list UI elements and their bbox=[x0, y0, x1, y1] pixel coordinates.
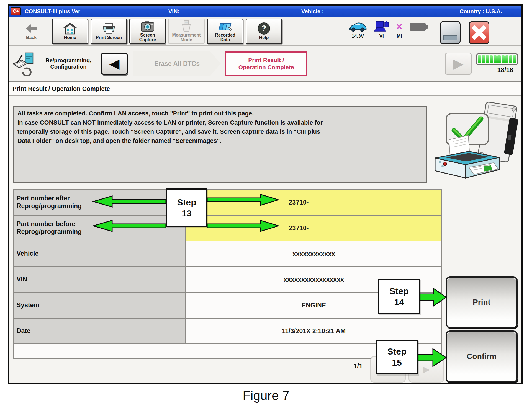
screen-capture-button[interactable]: Screen Capture bbox=[129, 19, 166, 44]
step14-arrow bbox=[419, 286, 447, 308]
step-erase-all-dtcs[interactable]: Erase All DTCs bbox=[133, 51, 221, 76]
step14-annotation: Step 14 bbox=[378, 279, 420, 314]
page-indicator: 1/1 bbox=[353, 362, 363, 370]
measurement-mode-label: Measurement Mode bbox=[172, 33, 201, 42]
row-label: VIN bbox=[14, 267, 186, 292]
row-system: System ENGINE bbox=[14, 293, 441, 319]
title-bar: C+ CONSULT-III plus Ver VIN: Vehicle : C… bbox=[9, 6, 521, 17]
app-logo-text: C+ bbox=[13, 9, 19, 14]
row-label: Date bbox=[14, 319, 186, 343]
step13-arrow-right-row1 bbox=[207, 193, 280, 206]
car-icon bbox=[349, 20, 367, 33]
camera-icon bbox=[141, 20, 155, 32]
battery-voltage-status: 14.3V bbox=[349, 20, 367, 39]
vi-device-icon bbox=[374, 20, 390, 33]
step15-annotation: Step 15 bbox=[376, 340, 418, 374]
battery-indicator bbox=[409, 20, 428, 33]
recorded-data-label: Recorded Data bbox=[215, 33, 235, 42]
vehicle-label: Vehicle : bbox=[301, 8, 324, 15]
voltage-label: 14.3V bbox=[352, 33, 364, 39]
screen-capture-label: Screen Capture bbox=[139, 33, 156, 42]
mi-label: MI bbox=[397, 33, 402, 39]
row-value: xxxxxxxxxxxx bbox=[186, 241, 441, 266]
instruction-message: All tasks are completed. Confirm LAN acc… bbox=[13, 106, 427, 183]
home-button[interactable]: Home bbox=[52, 19, 88, 44]
figure-caption: Figure 7 bbox=[0, 388, 532, 403]
help-button[interactable]: ? Help bbox=[246, 19, 282, 44]
signal-strength: 18/18 bbox=[476, 53, 518, 74]
mode-label: Re/programming, Configuration bbox=[38, 57, 98, 70]
row-label: Vehicle bbox=[14, 241, 186, 266]
signal-count: 18/18 bbox=[497, 66, 513, 74]
consult-window: C+ CONSULT-III plus Ver VIN: Vehicle : C… bbox=[8, 4, 523, 384]
nav-back-button[interactable]: ◀ bbox=[101, 53, 128, 75]
app-title: CONSULT-III plus Ver bbox=[25, 8, 80, 15]
content-area: All tasks are completed. Confirm LAN acc… bbox=[9, 96, 521, 383]
back-label: Back bbox=[26, 35, 37, 40]
recorded-data-button[interactable]: Recorded Data bbox=[207, 19, 243, 44]
minimize-icon bbox=[443, 35, 457, 40]
print-screen-button[interactable]: Print Screen bbox=[91, 19, 127, 44]
back-icon bbox=[25, 22, 37, 35]
vi-status: VI bbox=[374, 20, 390, 39]
help-icon: ? bbox=[258, 22, 270, 35]
results-table: Part number after Reprog/programming 237… bbox=[13, 189, 442, 359]
folders-icon bbox=[218, 20, 233, 32]
vi-label: VI bbox=[379, 33, 384, 39]
row-vehicle: Vehicle xxxxxxxxxxxx bbox=[14, 241, 441, 267]
printer-complete-illustration bbox=[427, 100, 522, 183]
home-icon bbox=[63, 22, 77, 35]
print-button[interactable]: Print bbox=[446, 276, 518, 328]
nav-back-icon: ◀ bbox=[109, 57, 120, 70]
minimize-button[interactable] bbox=[440, 21, 461, 44]
step13-arrow-left-row2 bbox=[92, 219, 166, 232]
signal-bars-icon bbox=[476, 53, 518, 65]
measurement-mode-icon bbox=[181, 20, 192, 32]
close-button[interactable] bbox=[469, 21, 489, 44]
step-erase-label: Erase All DTCs bbox=[154, 60, 200, 68]
help-label: Help bbox=[259, 35, 269, 40]
step13-arrow-left-row1 bbox=[92, 195, 166, 208]
page-title: Print Result / Operation Complete bbox=[9, 82, 521, 96]
step13-annotation: Step 13 bbox=[166, 188, 207, 227]
app-logo-icon: C+ bbox=[11, 7, 21, 15]
back-button[interactable]: Back bbox=[13, 19, 50, 44]
row-vin: VIN xxxxxxxxxxxxxxxxx bbox=[14, 267, 441, 293]
step-print-result-current[interactable]: Print Result / Operation Complete bbox=[225, 51, 307, 76]
toolbar: Back Home Print bbox=[9, 17, 521, 46]
workflow-nav: Re/programming, Configuration ◀ Erase Al… bbox=[9, 46, 521, 82]
country-label: Country : U.S.A. bbox=[460, 8, 502, 15]
mi-status: × MI bbox=[396, 20, 402, 39]
nav-forward-icon: ▶ bbox=[453, 57, 464, 70]
step15-arrow bbox=[417, 347, 447, 368]
status-area: 14.3V VI × MI bbox=[349, 18, 516, 44]
printer-icon bbox=[102, 22, 116, 35]
step13-arrow-right-row2 bbox=[207, 219, 280, 232]
mi-disconnected-icon: × bbox=[396, 20, 402, 33]
vin-label: VIN: bbox=[168, 8, 179, 15]
measurement-mode-button[interactable]: Measurement Mode bbox=[168, 19, 205, 44]
print-screen-label: Print Screen bbox=[96, 35, 122, 40]
nav-forward-button[interactable]: ▶ bbox=[445, 53, 472, 75]
confirm-button[interactable]: Confirm bbox=[446, 330, 518, 382]
battery-icon bbox=[409, 20, 428, 33]
home-label: Home bbox=[64, 35, 76, 40]
row-label: System bbox=[14, 293, 186, 318]
reprogramming-mode-icon bbox=[12, 58, 36, 70]
nav-right: ▶ 18/18 bbox=[445, 53, 519, 75]
help-glyph: ? bbox=[262, 24, 266, 32]
